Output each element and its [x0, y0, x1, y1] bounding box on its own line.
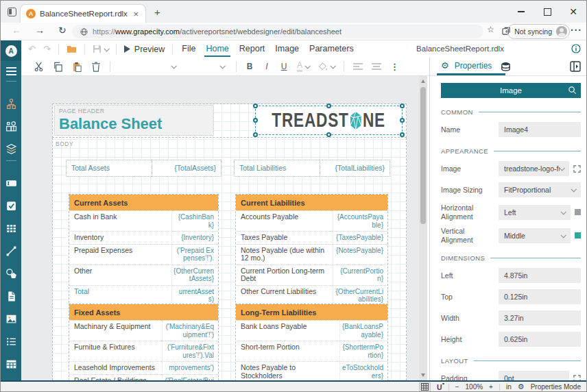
valign-indicator[interactable]: [575, 232, 581, 238]
align-left-icon[interactable]: [353, 63, 363, 70]
table-row[interactable]: Taxes Payable{TaxesPayable}: [236, 231, 387, 244]
menu-home[interactable]: Home: [204, 41, 230, 57]
more-options-icon[interactable]: ⋮: [390, 62, 399, 72]
collapse-panel-icon[interactable]: [570, 61, 581, 72]
scroll-up-icon[interactable]: [421, 79, 425, 83]
search-icon[interactable]: [568, 86, 577, 95]
table-row[interactable]: Cash in Bank{CashinBank}: [69, 210, 218, 231]
browser-tab[interactable]: A BalanceSheetReport.rdlx ×: [20, 4, 146, 23]
halign-indicator[interactable]: [575, 209, 581, 215]
table-row[interactable]: Current Portion Long-term Debt{CurrentPo…: [236, 265, 387, 285]
copy-icon[interactable]: [53, 62, 63, 72]
zoom-level[interactable]: 100%: [466, 383, 483, 391]
hamburger-menu-icon[interactable]: [6, 67, 16, 75]
back-icon[interactable]: ←: [12, 25, 21, 36]
profile-button[interactable]: Not syncing: [507, 24, 570, 39]
open-icon[interactable]: [67, 45, 77, 53]
table-row[interactable]: Short-term Portion{ShorttermPortion}: [236, 341, 387, 361]
name-input[interactable]: Image4: [499, 122, 581, 137]
save-dropdown-icon[interactable]: [104, 46, 109, 51]
font-family-select[interactable]: [119, 60, 178, 73]
width-input[interactable]: 3.27in: [499, 310, 581, 326]
logo-image-selected[interactable]: TREADST NE: [255, 106, 403, 135]
table-row[interactable]: Inventory{Inventory}: [69, 231, 218, 244]
table-row[interactable]: Notes Payable to StockholderseToStockhol…: [236, 361, 387, 380]
snap-toggle-icon[interactable]: U: [437, 383, 442, 391]
resize-handle[interactable]: [326, 132, 331, 137]
textbox-tool-icon[interactable]: [5, 177, 17, 189]
resize-handle[interactable]: [253, 132, 258, 137]
total-assets-label[interactable]: Total Assets: [66, 160, 152, 177]
total-liabilities-textboxes[interactable]: Total Liabilities {TotalLiabilities}: [234, 160, 390, 177]
menu-image[interactable]: Image: [274, 41, 300, 57]
menu-parameters[interactable]: Parameters: [308, 41, 355, 57]
align-center-icon[interactable]: [372, 63, 381, 70]
favorites-icon[interactable]: ☆: [487, 25, 494, 34]
table-header[interactable]: Current Assets: [69, 195, 218, 210]
grid-toggle-button[interactable]: [419, 382, 431, 392]
table-header[interactable]: Fixed Assets: [69, 304, 218, 320]
undo-icon[interactable]: ↶: [28, 45, 36, 53]
table-row[interactable]: Leasehold Improvementsmprovements'): [69, 361, 218, 374]
report-explorer-icon[interactable]: [5, 98, 17, 110]
report-page[interactable]: PAGE HEADER Balance Sheet TREADST NE BOD…: [52, 103, 407, 380]
padding-input[interactable]: 0pt: [499, 371, 569, 380]
save-button[interactable]: [93, 45, 108, 53]
preview-button[interactable]: Preview: [124, 45, 165, 54]
address-bar[interactable]: https://www.grapecity.com/activereportsn…: [72, 25, 483, 38]
tab-close-icon[interactable]: ×: [132, 9, 140, 19]
zoom-in-button[interactable]: +: [489, 383, 493, 391]
table-row[interactable]: Accounts Payable{AccountsPayable}: [236, 210, 387, 231]
table-row[interactable]: Notes Payable (due within 12 mo.){NotesP…: [236, 244, 387, 265]
window-close-button[interactable]: ✕: [560, 1, 586, 23]
image-tool-icon[interactable]: [5, 313, 17, 325]
zoom-out-button[interactable]: −: [455, 383, 459, 391]
unit-label[interactable]: in: [506, 383, 512, 391]
underline-button[interactable]: U: [280, 62, 288, 71]
scroll-down-icon[interactable]: [421, 373, 425, 377]
total-liabilities-value[interactable]: {TotalLiabilities}: [320, 160, 390, 177]
vertical-alignment-select[interactable]: Middle: [499, 228, 571, 243]
total-assets-value[interactable]: {TotalAssets}: [152, 160, 221, 177]
browser-menu-icon[interactable]: ···: [571, 25, 582, 36]
cut-icon[interactable]: [34, 62, 44, 72]
left-input[interactable]: 4.875in: [499, 268, 581, 283]
fill-color-button[interactable]: [318, 62, 335, 71]
redo-icon[interactable]: ↷: [43, 45, 51, 53]
font-size-select[interactable]: [187, 60, 227, 73]
image-sizing-select[interactable]: FitProportional: [499, 182, 581, 197]
design-canvas[interactable]: PAGE HEADER Balance Sheet TREADST NE BOD…: [21, 76, 419, 380]
image-select[interactable]: treadstone-logo-full-col...: [499, 161, 569, 176]
total-liabilities-label[interactable]: Total Liabilities: [234, 160, 320, 177]
menu-file[interactable]: File: [180, 41, 197, 57]
new-tab-button[interactable]: +: [154, 6, 160, 18]
menu-report[interactable]: Report: [238, 41, 267, 57]
forward-icon[interactable]: →: [35, 25, 45, 36]
mode-gear-icon[interactable]: ⚙: [518, 382, 525, 391]
resize-handle[interactable]: [253, 103, 258, 108]
banded-table-tool-icon[interactable]: [5, 358, 17, 370]
tab-properties[interactable]: ⚙ Properties: [441, 60, 492, 71]
italic-button[interactable]: I: [263, 62, 271, 71]
report-title-textbox[interactable]: PAGE HEADER Balance Sheet: [54, 105, 214, 136]
list-tool-icon[interactable]: [5, 336, 17, 347]
fixed-assets-table[interactable]: Fixed Assets Machinary & Equipment('Mach…: [69, 304, 219, 380]
table-total-row[interactable]: TotalurrentAssets): [69, 285, 218, 306]
app-logo[interactable]: A: [1, 40, 21, 61]
resize-handle[interactable]: [400, 118, 405, 123]
table-tool-icon[interactable]: [5, 223, 17, 234]
table-row[interactable]: Machinary & Equipment('Machinary&Equipme…: [69, 320, 218, 341]
resize-handle[interactable]: [400, 132, 405, 137]
table-row[interactable]: Other{OtherCurrentAssets}: [69, 265, 218, 285]
horizontal-alignment-select[interactable]: Left: [499, 205, 571, 220]
window-maximize-button[interactable]: [534, 1, 560, 23]
expand-icon[interactable]: [573, 375, 581, 380]
resize-handle[interactable]: [326, 103, 331, 108]
scrollbar-thumb[interactable]: [420, 87, 426, 224]
subreport-tool-icon[interactable]: [5, 291, 17, 302]
current-assets-table[interactable]: Current Assets Cash in Bank{CashinBank} …: [69, 194, 219, 306]
tab-actions-icon[interactable]: [8, 8, 16, 16]
table-row[interactable]: Bank Loans Payable{BankLoansPayable}: [236, 320, 387, 341]
paste-icon[interactable]: [72, 62, 82, 72]
shape-tool-icon[interactable]: [5, 268, 17, 280]
